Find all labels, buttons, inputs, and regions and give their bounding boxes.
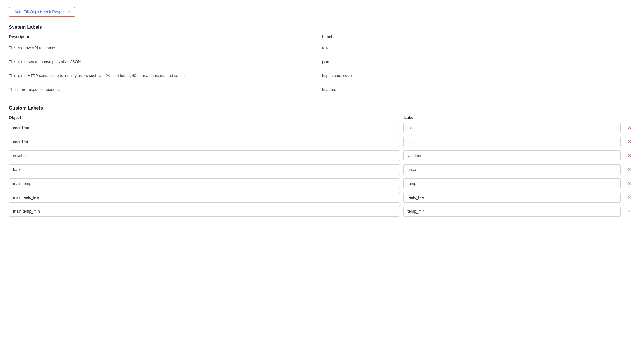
system-labels-title: System Labels (9, 24, 635, 30)
close-icon: ✕ (628, 126, 631, 130)
system-row-label: http_status_code (322, 73, 635, 79)
label-input[interactable] (403, 123, 621, 133)
custom-labels-header: Object Label (9, 115, 635, 123)
system-row-description: This is the raw response parsed as JSON. (9, 59, 322, 65)
object-input[interactable] (9, 137, 400, 147)
close-icon: ✕ (628, 209, 631, 214)
custom-table-row: ✕ (9, 192, 635, 203)
label-input[interactable] (403, 137, 621, 147)
system-row-description: These are response headers. (9, 87, 322, 93)
system-table-row: This is the raw response parsed as JSON.… (9, 55, 635, 69)
system-table-row: These are response headers. headers (9, 83, 635, 96)
close-icon: ✕ (628, 195, 631, 200)
custom-table-row: ✕ (9, 150, 635, 161)
system-row-description: This is the HTTP status code to identify… (9, 73, 322, 79)
custom-table-row: ✕ (9, 206, 635, 217)
object-input[interactable] (9, 164, 400, 175)
system-labels-header: Description Label (9, 34, 635, 41)
custom-table-row: ✕ (9, 137, 635, 147)
system-row-label: headers (322, 87, 635, 93)
object-input[interactable] (9, 123, 400, 133)
custom-label-header: Label (404, 115, 624, 120)
close-icon: ✕ (628, 167, 631, 172)
label-input[interactable] (403, 150, 621, 161)
label-input[interactable] (403, 178, 621, 189)
delete-row-button[interactable]: ✕ (624, 152, 635, 159)
system-row-label: raw (322, 45, 635, 51)
custom-table-row: ✕ (9, 123, 635, 133)
system-labels-section: System Labels Description Label This is … (9, 24, 635, 96)
close-icon: ✕ (628, 140, 631, 144)
system-table-row: This is the HTTP status code to identify… (9, 69, 635, 83)
object-header: Object (9, 115, 404, 120)
label-input[interactable] (403, 192, 621, 203)
object-input[interactable] (9, 150, 400, 161)
delete-row-button[interactable]: ✕ (624, 166, 635, 173)
custom-labels-title: Custom Labels (9, 105, 635, 111)
delete-row-button[interactable]: ✕ (624, 208, 635, 215)
system-rows-container: This is a raw API response. raw This is … (9, 41, 635, 96)
label-header: Label (322, 34, 635, 39)
close-icon: ✕ (628, 181, 631, 186)
system-row-label: json (322, 59, 635, 65)
close-icon: ✕ (628, 153, 631, 158)
custom-rows-container: ✕ ✕ ✕ ✕ ✕ (9, 123, 635, 217)
custom-table-row: ✕ (9, 164, 635, 175)
delete-row-button[interactable]: ✕ (624, 125, 635, 131)
object-input[interactable] (9, 178, 400, 189)
label-input[interactable] (403, 206, 621, 217)
custom-table-row: ✕ (9, 178, 635, 189)
auto-fill-button[interactable]: Auto-Fill Objects with Response (9, 7, 75, 17)
description-header: Description (9, 34, 322, 39)
delete-row-button[interactable]: ✕ (624, 194, 635, 201)
label-input[interactable] (403, 164, 621, 175)
custom-labels-section: Custom Labels Object Label ✕ ✕ ✕ (9, 105, 635, 217)
system-table-row: This is a raw API response. raw (9, 41, 635, 55)
delete-row-button[interactable]: ✕ (624, 138, 635, 145)
delete-row-button[interactable]: ✕ (624, 180, 635, 187)
object-input[interactable] (9, 192, 400, 203)
object-input[interactable] (9, 206, 400, 217)
system-row-description: This is a raw API response. (9, 45, 322, 51)
